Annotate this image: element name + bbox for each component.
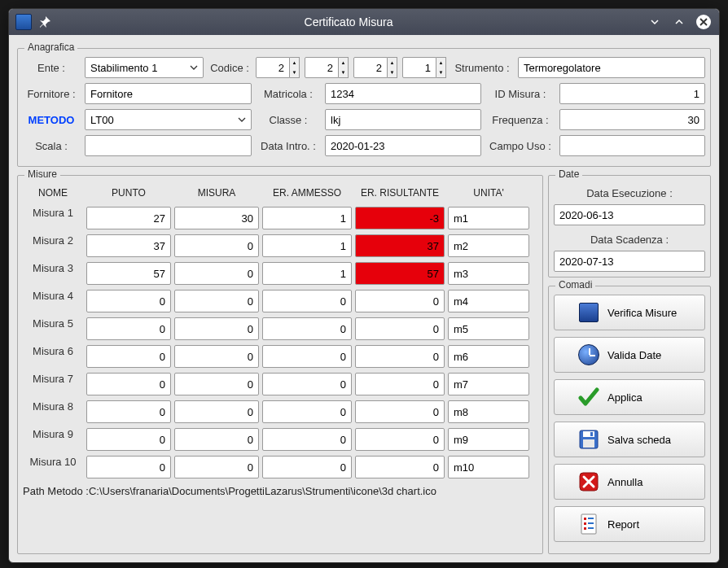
data-scadenza-input[interactable] xyxy=(554,251,705,272)
pin-icon[interactable] xyxy=(38,15,51,28)
misura-input[interactable] xyxy=(174,345,259,368)
erammesso-input[interactable] xyxy=(262,262,352,285)
unita-input[interactable] xyxy=(448,317,529,340)
fornitore-input[interactable] xyxy=(85,83,252,104)
unita-input[interactable] xyxy=(448,290,529,312)
erammesso-input[interactable] xyxy=(262,428,352,451)
codice-4-input[interactable] xyxy=(402,57,436,78)
ente-combo[interactable]: Stabilimento 1 xyxy=(85,57,204,78)
unita-input[interactable] xyxy=(448,345,529,368)
report-button[interactable]: Report xyxy=(554,506,705,542)
misura-input[interactable] xyxy=(174,373,259,395)
codice-2-input[interactable] xyxy=(305,57,339,78)
misura-row: Misura 10 xyxy=(23,456,537,478)
misura-input[interactable] xyxy=(174,456,259,478)
misura-input[interactable] xyxy=(174,400,259,423)
misura-row: Misura 7 xyxy=(23,373,537,395)
punto-input[interactable] xyxy=(86,400,171,423)
salva-scheda-button[interactable]: Salva scheda xyxy=(554,422,705,457)
campouso-input[interactable] xyxy=(559,135,705,156)
unita-input[interactable] xyxy=(448,234,529,257)
metodo-combo[interactable]: LT00 xyxy=(85,109,252,130)
close-button[interactable] xyxy=(695,13,713,31)
maximize-button[interactable] xyxy=(670,13,688,31)
erammesso-input[interactable] xyxy=(262,345,352,368)
misura-input[interactable] xyxy=(174,428,259,451)
misura-row: Misura 8 xyxy=(23,400,537,423)
idmisura-input[interactable] xyxy=(559,83,705,104)
unita-input[interactable] xyxy=(448,400,529,423)
anagrafica-group: Anagrafica Ente : Stabilimento 1 Codice … xyxy=(17,48,711,167)
punto-input[interactable] xyxy=(86,207,171,229)
matricola-input[interactable] xyxy=(325,83,481,104)
misura-input[interactable] xyxy=(174,207,259,229)
classe-label: Classe : xyxy=(257,114,320,126)
codice-1-spinner[interactable]: ▲▼ xyxy=(290,57,300,78)
punto-input[interactable] xyxy=(86,373,171,395)
metodo-label[interactable]: METODO xyxy=(23,114,80,126)
errisultante-input[interactable] xyxy=(355,317,445,340)
erammesso-input[interactable] xyxy=(262,290,352,312)
errisultante-input[interactable] xyxy=(355,345,445,368)
strumento-input[interactable] xyxy=(518,57,705,78)
erammesso-input[interactable] xyxy=(262,317,352,340)
unita-input[interactable] xyxy=(448,456,529,478)
codice-3-spinner[interactable]: ▲▼ xyxy=(388,57,397,78)
erammesso-input[interactable] xyxy=(262,456,352,478)
errisultante-input[interactable] xyxy=(355,400,445,423)
punto-input[interactable] xyxy=(86,456,171,478)
classe-input[interactable] xyxy=(325,109,481,130)
applica-button[interactable]: Applica xyxy=(554,379,705,415)
ente-label: Ente : xyxy=(23,62,80,74)
codice-4-spinner[interactable]: ▲▼ xyxy=(436,57,446,78)
erammesso-input[interactable] xyxy=(262,373,352,395)
header-punto: PUNTO xyxy=(86,184,171,202)
dataintro-input[interactable] xyxy=(325,135,481,156)
ente-value: Stabilimento 1 xyxy=(90,62,157,74)
punto-input[interactable] xyxy=(86,262,171,285)
metodo-value: LT00 xyxy=(90,114,114,126)
codice-1-input[interactable] xyxy=(256,57,290,78)
unita-input[interactable] xyxy=(448,373,529,395)
minimize-button[interactable] xyxy=(646,13,664,31)
punto-input[interactable] xyxy=(86,345,171,368)
misura-input[interactable] xyxy=(174,290,259,312)
unita-input[interactable] xyxy=(448,262,529,285)
erammesso-input[interactable] xyxy=(262,207,352,229)
codice-3-input[interactable] xyxy=(353,57,388,78)
errisultante-input[interactable] xyxy=(355,234,445,257)
campouso-label: Campo Uso : xyxy=(486,140,555,152)
misura-input[interactable] xyxy=(174,234,259,257)
unita-input[interactable] xyxy=(448,428,529,451)
matricola-label: Matricola : xyxy=(257,88,320,100)
errisultante-input[interactable] xyxy=(355,262,445,285)
erammesso-input[interactable] xyxy=(262,400,352,423)
fornitore-label: Fornitore : xyxy=(23,88,80,100)
verifica-misure-button[interactable]: Verifica Misure xyxy=(554,295,705,330)
errisultante-input[interactable] xyxy=(355,290,445,312)
chevron-down-icon xyxy=(236,114,248,125)
misura-input[interactable] xyxy=(174,262,259,285)
errisultante-input[interactable] xyxy=(355,207,445,229)
misure-group: Misure NOME PUNTO MISURA ER. AMMESSO ER.… xyxy=(17,175,543,554)
scala-label: Scala : xyxy=(23,140,80,152)
erammesso-input[interactable] xyxy=(262,234,352,257)
frequenza-input[interactable] xyxy=(559,109,705,130)
punto-input[interactable] xyxy=(86,234,171,257)
errisultante-input[interactable] xyxy=(355,373,445,395)
codice-2-spinner[interactable]: ▲▼ xyxy=(339,57,349,78)
misure-header: NOME PUNTO MISURA ER. AMMESSO ER. RISULT… xyxy=(23,184,537,202)
scala-input[interactable] xyxy=(85,135,252,156)
unita-input[interactable] xyxy=(448,207,529,229)
header-nome: NOME xyxy=(23,184,83,202)
data-esecuzione-input[interactable] xyxy=(554,204,705,225)
punto-input[interactable] xyxy=(86,290,171,312)
misura-row: Misura 9 xyxy=(23,428,537,451)
errisultante-input[interactable] xyxy=(355,428,445,451)
errisultante-input[interactable] xyxy=(355,456,445,478)
valida-date-button[interactable]: Valida Date xyxy=(554,337,705,373)
punto-input[interactable] xyxy=(86,428,171,451)
annulla-button[interactable]: Annulla xyxy=(554,464,705,500)
misura-input[interactable] xyxy=(174,317,259,340)
punto-input[interactable] xyxy=(86,317,171,340)
